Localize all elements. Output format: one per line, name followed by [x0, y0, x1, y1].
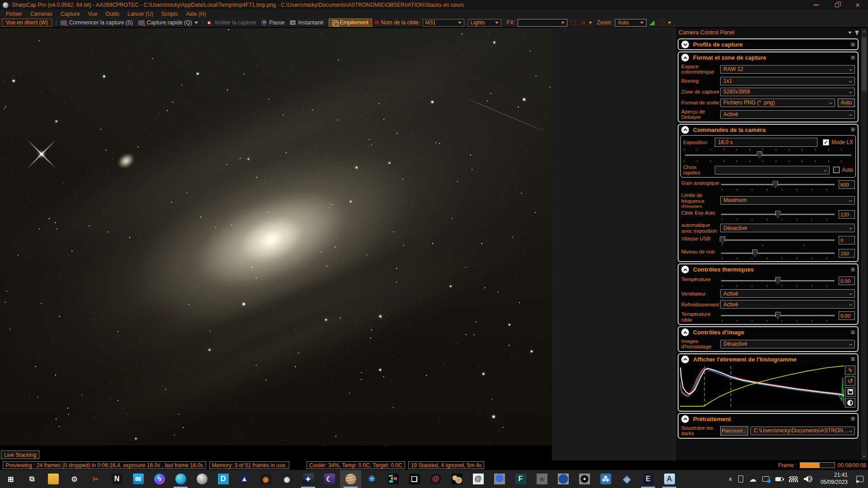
exp-target-value[interactable]: 120 [839, 210, 855, 219]
messenger-app[interactable]: ϟ [149, 470, 170, 488]
menu-lancer[interactable]: Lancer (U) [123, 11, 157, 17]
notion-app[interactable]: N [106, 470, 127, 488]
zoom-select[interactable]: Auto [615, 19, 646, 27]
histogram-plot[interactable] [680, 365, 844, 407]
black-level-value[interactable]: 150 [839, 249, 855, 258]
wifi-icon[interactable] [789, 476, 798, 482]
edge-browser[interactable] [170, 470, 191, 488]
exposure-slider[interactable] [684, 151, 852, 160]
selection-area-button[interactable] [570, 20, 576, 25]
section-menu-icon[interactable]: ≡ [851, 41, 855, 48]
exposure-auto-checkbox[interactable] [833, 167, 840, 173]
live-view-button[interactable]: Vue en direct (W) [2, 19, 52, 27]
volume-icon[interactable] [804, 476, 813, 482]
exp-target-slider-thumb[interactable] [775, 211, 781, 218]
d-tool[interactable]: D [212, 470, 234, 488]
timestamp-select[interactable]: Désactivé [720, 340, 855, 348]
stop-capture-button[interactable]: Arrêter la capture [207, 19, 256, 26]
fan-select[interactable]: Activé [720, 289, 855, 298]
settings-gear[interactable]: ⚙ [64, 470, 85, 488]
block-diagram-app[interactable] [382, 470, 404, 488]
fx-select[interactable] [518, 19, 567, 27]
pause-button[interactable]: Pause [261, 19, 284, 26]
target-temp-value[interactable]: 0.00 [839, 311, 855, 320]
section-menu-icon[interactable]: ≡ [851, 126, 855, 133]
collapse-icon[interactable] [681, 126, 689, 134]
debayer-select[interactable]: Activé [720, 110, 855, 119]
snapshot-button[interactable]: Instantané [290, 19, 323, 26]
black-level-slider-thumb[interactable] [752, 249, 758, 257]
minimize-button[interactable] [806, 0, 826, 10]
menu-fichier[interactable]: Fichier [2, 11, 26, 17]
star-fav-app[interactable]: ★ [531, 470, 552, 488]
mode-lx-checkbox[interactable] [823, 139, 829, 145]
quick-picks-select[interactable] [715, 166, 830, 174]
menu-aide[interactable]: Aide (H) [182, 11, 210, 17]
start-capture-button[interactable]: Commencer la capture (S) [61, 19, 133, 26]
menu-scripts[interactable]: Scripts [157, 11, 182, 17]
jupiter-capture[interactable] [340, 470, 361, 488]
file-explorer[interactable] [42, 470, 64, 488]
mail-app[interactable]: ✉ [127, 470, 149, 488]
target-name-select[interactable]: M31 [423, 19, 464, 27]
cast-screen-icon[interactable] [762, 476, 769, 482]
target-temp-slider[interactable] [720, 311, 835, 322]
collapse-icon[interactable] [681, 415, 689, 423]
auto-gain-select[interactable]: Désactivé [720, 224, 855, 232]
frame-type-select[interactable]: Lights [468, 19, 501, 27]
restore-button[interactable] [826, 0, 847, 10]
section-menu-icon[interactable]: ≡ [851, 266, 855, 273]
tray-chevron-up-icon[interactable]: ∧ [728, 476, 732, 482]
close-button[interactable]: ✕ [847, 0, 868, 10]
onedrive-cloud-icon[interactable]: ☁ [749, 475, 756, 483]
phone-link-icon[interactable] [738, 475, 743, 483]
galaxy-red-app[interactable]: @ [425, 470, 446, 488]
quick-capture-button[interactable]: Capture rapide (Q) [138, 19, 198, 26]
section-menu-icon[interactable]: ≡ [851, 415, 855, 422]
mesh-app[interactable]: ◈ [616, 470, 637, 488]
star-blue-app[interactable]: ✷ [361, 470, 382, 488]
live-stacking-tab[interactable]: Live Stacking [1, 450, 39, 459]
clear-selection-button[interactable]: ✕ [581, 19, 586, 26]
panel-scrollbar[interactable] [861, 28, 868, 460]
task-view[interactable]: ⧉ [21, 470, 42, 488]
menu-capture[interactable]: Capture [57, 11, 84, 17]
capture-area-select[interactable]: 5280x3956 [720, 88, 855, 96]
colour-space-select[interactable]: RAW 12 [720, 65, 855, 74]
stellarium[interactable]: ✦ [297, 470, 319, 488]
menu-vue[interactable]: Vue [84, 11, 101, 17]
collapse-icon[interactable] [681, 328, 689, 336]
usb-speed-slider[interactable] [720, 236, 835, 247]
gain-value[interactable]: 600 [839, 180, 855, 189]
section-menu-icon[interactable]: ≡ [851, 54, 855, 61]
phd2-pro[interactable]: ◉ [276, 470, 297, 488]
night-sky-app[interactable]: ☾ [319, 470, 340, 488]
binning-select[interactable]: 1x1 [720, 77, 855, 85]
exposure-slider-thumb[interactable] [757, 151, 762, 159]
stacking-button[interactable]: Empilement [329, 19, 372, 27]
start-button[interactable]: ⊞ [0, 470, 21, 488]
frame-tool[interactable]: ❏ [404, 470, 425, 488]
gain-slider-thumb[interactable] [773, 181, 778, 188]
darks-path-select[interactable]: C:\Users\micky\Documents\ASTRONO... [750, 427, 855, 435]
nasa-app[interactable] [552, 470, 574, 488]
a-doc-app[interactable]: A [659, 470, 680, 488]
panel-dropdown-icon[interactable] [848, 32, 852, 34]
collapse-icon[interactable] [681, 356, 689, 363]
collapse-icon[interactable] [681, 54, 689, 61]
browse-darks-button[interactable]: Parcourir... [720, 426, 748, 436]
collapse-icon[interactable] [681, 266, 689, 273]
output-format-select[interactable]: Fichiers PNG (* .png) [720, 99, 835, 107]
battery-icon[interactable] [775, 477, 783, 481]
phd2-guiding[interactable]: ◉ [255, 470, 276, 488]
camera-lens-app[interactable] [574, 470, 595, 488]
gain-slider[interactable] [720, 180, 835, 191]
scroll-down-icon[interactable] [861, 452, 868, 459]
eso-app[interactable]: ⁂ [595, 470, 616, 488]
black-level-slider[interactable] [720, 249, 835, 260]
exposure-input[interactable]: 16.0 s [715, 138, 817, 147]
cooling-select[interactable]: Activé [720, 300, 855, 309]
spiral-galaxy-app[interactable]: @ [467, 470, 489, 488]
f-tool[interactable]: F [510, 470, 531, 488]
target-temp-slider-thumb[interactable] [775, 312, 781, 319]
